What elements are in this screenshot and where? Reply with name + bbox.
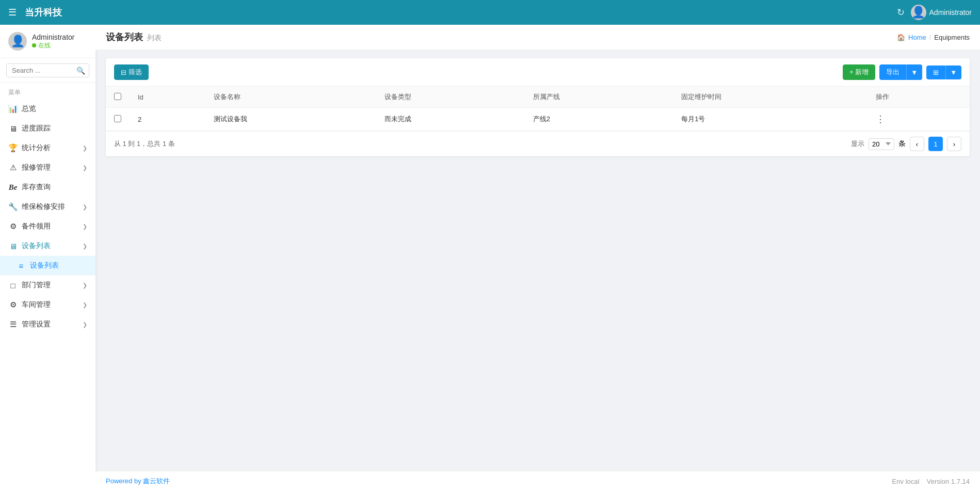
top-navbar: ☰ 当升科技 ↻ 👤 Administrator (0, 0, 980, 25)
cols-button-group: ⊞ ▼ (926, 66, 961, 79)
breadcrumb-home[interactable]: Home (908, 34, 926, 41)
user-info: Administrator 在线 (32, 33, 74, 50)
page-1-button[interactable]: 1 (928, 137, 943, 151)
select-all-checkbox[interactable] (114, 93, 121, 100)
col-line: 所属产线 (525, 87, 673, 108)
page-title: 设备列表 (106, 31, 143, 43)
company-link[interactable]: 鑫云软件 (143, 477, 170, 485)
col-name: 设备名称 (205, 87, 377, 108)
sidebar-item-inventory[interactable]: Be 库存查询 (0, 177, 95, 197)
content-card: ⊟ 筛选 + 新增 导出 ▼ ⊞ ▼ (106, 58, 970, 156)
row-action-menu[interactable]: ⋮ (876, 114, 885, 124)
version-info: Env local Version 1.7.14 (892, 478, 970, 485)
chevron-down-icon: ❯ (83, 243, 87, 250)
toolbar-right: + 新增 导出 ▼ ⊞ ▼ (843, 64, 961, 80)
sidebar-item-label: 进度跟踪 (22, 124, 87, 133)
search-icon: 🔍 (76, 67, 85, 75)
sidebar-item-dashboard[interactable]: 📊 总览 (0, 99, 95, 119)
sidebar-item-parts[interactable]: ⚙ 备件领用 ❯ (0, 217, 95, 236)
toolbar: ⊟ 筛选 + 新增 导出 ▼ ⊞ ▼ (106, 58, 970, 87)
row-line: 产线2 (525, 108, 673, 131)
row-name: 测试设备我 (205, 108, 377, 131)
chevron-right-icon: ❯ (83, 165, 87, 171)
sidebar-item-maintenance[interactable]: 🔧 维保检修安排 ❯ (0, 197, 95, 217)
sidebar-item-label: 库存查询 (22, 183, 87, 192)
sidebar-item-label: 车间管理 (22, 300, 78, 309)
parts-icon: ⚙ (8, 222, 18, 231)
sidebar-avatar: 👤 (8, 32, 27, 51)
sidebar-item-label: 维保检修安排 (22, 202, 78, 211)
page-subtitle: 列表 (147, 34, 162, 43)
layout: 👤 Administrator 在线 🔍 菜单 📊 总览 🖥 进度跟踪 (0, 25, 980, 491)
sidebar-item-equipment-parent[interactable]: 🖥 设备列表 ❯ (0, 236, 95, 256)
admin-info[interactable]: 👤 Administrator (911, 5, 972, 20)
sidebar-item-label: 统计分析 (22, 143, 78, 153)
chevron-right-icon: ❯ (83, 204, 87, 210)
refresh-icon[interactable]: ↻ (897, 7, 905, 18)
page-header: 设备列表 列表 🏠 Home / Equipments (95, 25, 980, 50)
pagination-info: 从 1 到 1，总共 1 条 (114, 139, 175, 149)
sidebar-item-progress[interactable]: 🖥 进度跟踪 (0, 119, 95, 138)
env-value: local (906, 478, 920, 485)
title-section: 设备列表 列表 (106, 31, 162, 43)
sidebar-item-label: 总览 (22, 104, 87, 113)
chevron-right-icon: ❯ (83, 282, 87, 289)
pagination-controls: 显示 10 20 50 100 条 ‹ 1 › (851, 137, 961, 151)
hamburger-icon[interactable]: ☰ (8, 7, 17, 18)
filter-icon: ⊟ (121, 69, 126, 76)
pagination-bar: 从 1 到 1，总共 1 条 显示 10 20 50 100 条 ‹ 1 › (106, 131, 970, 156)
sidebar-item-stats[interactable]: 🏆 统计分析 ❯ (0, 138, 95, 158)
table-body: 2 测试设备我 而未完成 产线2 每月1号 ⋮ (106, 108, 970, 131)
workshop-icon: ⚙ (8, 300, 18, 309)
sidebar-item-label: 部门管理 (22, 281, 78, 290)
data-table: Id 设备名称 设备类型 所属产线 固定维护时间 操作 (106, 87, 970, 131)
sidebar-item-repair[interactable]: ⚠ 报修管理 ❯ (0, 158, 95, 177)
stats-icon: 🏆 (8, 143, 18, 153)
navbar-right: ↻ 👤 Administrator (897, 5, 972, 20)
breadcrumb: 🏠 Home / Equipments (897, 34, 970, 41)
prev-page-button[interactable]: ‹ (910, 137, 924, 151)
filter-button[interactable]: ⊟ 筛选 (114, 64, 149, 80)
department-icon: □ (8, 281, 18, 290)
sidebar-item-settings[interactable]: ☰ 管理设置 ❯ (0, 315, 95, 334)
powered-by: Powered by 鑫云软件 (106, 477, 170, 486)
chevron-right-icon: ❯ (83, 302, 87, 308)
export-dropdown-button[interactable]: ▼ (906, 64, 922, 80)
next-page-button[interactable]: › (947, 137, 961, 151)
table-head: Id 设备名称 设备类型 所属产线 固定维护时间 操作 (106, 87, 970, 108)
cols-button[interactable]: ⊞ (926, 66, 945, 79)
page-size-unit: 条 (898, 139, 906, 149)
add-button[interactable]: + 新增 (843, 64, 875, 80)
export-button[interactable]: 导出 (879, 64, 906, 80)
dashboard-icon: 📊 (8, 104, 18, 113)
list-icon: ≡ (17, 261, 26, 270)
breadcrumb-separator: / (929, 34, 931, 41)
chevron-right-icon: ❯ (83, 145, 87, 152)
cols-dropdown-button[interactable]: ▼ (945, 66, 961, 79)
home-icon: 🏠 (897, 34, 905, 41)
search-box-container: 🔍 (0, 58, 95, 83)
table-header-row: Id 设备名称 设备类型 所属产线 固定维护时间 操作 (106, 87, 970, 108)
row-checkbox[interactable] (114, 115, 121, 122)
sidebar-item-equipment-list[interactable]: ≡ 设备列表 (0, 256, 95, 275)
version-label: Version (927, 478, 949, 485)
powered-by-text: Powered by (106, 477, 143, 485)
col-action: 操作 (867, 87, 970, 108)
sidebar-user: 👤 Administrator 在线 (0, 25, 95, 58)
row-type: 而未完成 (376, 108, 524, 131)
content-area: ⊟ 筛选 + 新增 导出 ▼ ⊞ ▼ (95, 50, 980, 471)
sidebar-status: 在线 (32, 41, 74, 50)
page-size-select[interactable]: 10 20 50 100 (869, 138, 894, 150)
chevron-right-icon: ❯ (83, 223, 87, 230)
sidebar-item-workshop[interactable]: ⚙ 车间管理 ❯ (0, 295, 95, 315)
export-button-group: 导出 ▼ (879, 64, 922, 80)
row-action-cell: ⋮ (867, 108, 970, 131)
progress-icon: 🖥 (8, 124, 18, 133)
sidebar-username: Administrator (32, 33, 74, 41)
env-label: Env (892, 478, 904, 485)
sidebar-item-label: 管理设置 (22, 320, 78, 329)
row-maintenance: 每月1号 (673, 108, 867, 131)
version-value: 1.7.14 (951, 478, 970, 485)
breadcrumb-current: Equipments (934, 34, 970, 41)
sidebar-item-department[interactable]: □ 部门管理 ❯ (0, 275, 95, 295)
